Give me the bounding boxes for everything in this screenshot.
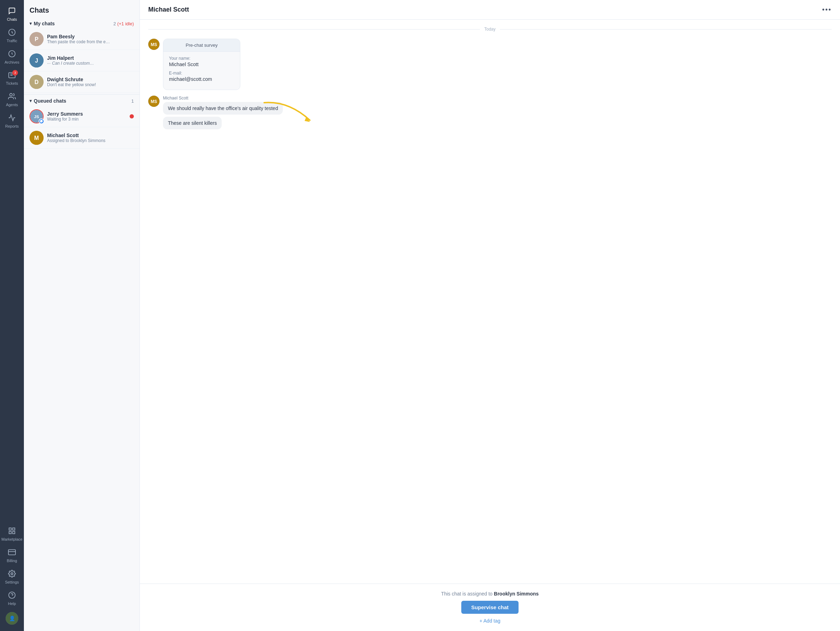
survey-field-name: Your name: Michael Scott	[169, 56, 234, 67]
marketplace-icon	[8, 527, 16, 536]
tickets-badge: 3	[12, 70, 18, 76]
jerry-name: Jerry Summers	[47, 111, 126, 117]
survey-field-email: E-mail: michael@scott.com	[169, 71, 234, 82]
user-avatar[interactable]: 👤	[6, 612, 18, 625]
red-dot-indicator	[129, 114, 134, 119]
jerry-chat-info: Jerry Summers Waiting for 3 min	[47, 111, 126, 122]
nav-item-traffic[interactable]: Traffic	[0, 25, 24, 46]
add-tag-button[interactable]: + Add tag	[480, 618, 501, 624]
divider-line-left	[148, 29, 480, 30]
nav-item-agents[interactable]: Agents	[0, 89, 24, 111]
pam-chat-info: Pam Beesly Then paste the code from the …	[47, 34, 134, 44]
svg-text:👤: 👤	[9, 615, 16, 622]
nav-marketplace-label: Marketplace	[2, 537, 22, 541]
nav-item-billing[interactable]: Billing	[0, 545, 24, 566]
jerry-waiting: Waiting for 3 min	[47, 117, 126, 122]
michael-assigned: Assigned to Brooklyn Simmons	[47, 138, 134, 143]
chat-footer: This chat is assigned to Brooklyn Simmon…	[140, 584, 840, 631]
nav-help-label: Help	[8, 601, 16, 606]
svg-text:JS: JS	[34, 114, 39, 119]
my-chats-count: 2 (+1 idle)	[114, 21, 134, 26]
date-divider: Today	[148, 27, 832, 32]
nav-item-tickets[interactable]: 3 Tickets	[0, 68, 24, 89]
queued-chats-list: JS Jerry Summers Waiting for 3 min M Mic…	[24, 106, 139, 149]
queued-chats-label: Queued chats	[34, 98, 66, 104]
svg-text:P: P	[35, 36, 39, 42]
survey-header: Pre-chat survey	[163, 39, 240, 52]
date-divider-text: Today	[484, 27, 495, 32]
michael-avatar-wrap: M	[30, 131, 44, 145]
dwight-avatar: D	[30, 75, 44, 89]
dwight-preview: Don't eat the yellow snow!	[47, 82, 134, 87]
queued-chats-count: 1	[131, 98, 134, 104]
nav-settings-label: Settings	[5, 580, 19, 584]
chat-item-michael[interactable]: M Michael Scott Assigned to Brooklyn Sim…	[24, 127, 139, 149]
chat-header: Michael Scott •••	[140, 0, 840, 20]
queued-chats-chevron[interactable]: ▾	[30, 98, 32, 103]
message-bubble-1: We should really have the office's air q…	[163, 102, 283, 115]
svg-marker-29	[305, 117, 310, 122]
nav-item-archives[interactable]: Archives	[0, 46, 24, 68]
svg-rect-4	[9, 528, 11, 530]
nav-reports-label: Reports	[5, 124, 19, 128]
chat-item-dwight[interactable]: D Dwight Schrute Don't eat the yellow sn…	[24, 71, 139, 93]
chat-item-jim[interactable]: J Jim Halpert ···Can I create custom…	[24, 50, 139, 71]
nav-billing-label: Billing	[7, 558, 17, 563]
message-bubble-2: These are silent killers	[163, 117, 222, 130]
nav-item-settings[interactable]: Settings	[0, 566, 24, 588]
chat-item-jerry[interactable]: JS Jerry Summers Waiting for 3 min	[24, 106, 139, 127]
messenger-badge	[39, 119, 44, 124]
nav-tickets-label: Tickets	[6, 81, 18, 85]
jim-preview: ···Can I create custom…	[47, 61, 134, 66]
pam-preview: Then paste the code from the e…	[47, 40, 134, 44]
svg-text:M: M	[34, 135, 39, 141]
chats-icon	[8, 7, 16, 16]
nav-item-chats[interactable]: Chats	[0, 3, 24, 25]
svg-rect-5	[13, 528, 15, 530]
nav-item-marketplace[interactable]: Marketplace	[0, 523, 24, 545]
svg-text:D: D	[35, 79, 39, 85]
messages-area: Today MS Pre-chat survey Your name: Mich…	[140, 20, 840, 584]
assigned-text: This chat is assigned to Brooklyn Simmon…	[148, 591, 832, 596]
divider-line-right	[500, 29, 832, 30]
survey-name-label: Your name:	[169, 56, 234, 61]
agents-icon	[8, 92, 16, 101]
chat-menu-button[interactable]: •••	[822, 6, 832, 14]
nav-chats-label: Chats	[7, 17, 17, 21]
jerry-avatar-wrap: JS	[30, 109, 44, 123]
sidebar: Chats ▾ My chats 2 (+1 idle) P Pam Beesl…	[24, 0, 140, 631]
my-chats-chevron[interactable]: ▾	[30, 21, 32, 26]
supervise-chat-button[interactable]: Supervise chat	[461, 601, 519, 614]
pre-chat-survey-bubble: Pre-chat survey Your name: Michael Scott…	[163, 39, 240, 90]
survey-email-value: michael@scott.com	[169, 76, 234, 82]
pre-chat-survey-group: MS Pre-chat survey Your name: Michael Sc…	[148, 39, 832, 90]
dwight-chat-info: Dwight Schrute Don't eat the yellow snow…	[47, 77, 134, 87]
svg-text:J: J	[35, 58, 38, 63]
nav-item-reports[interactable]: Reports	[0, 111, 24, 132]
help-icon	[8, 591, 16, 600]
nav-item-help[interactable]: Help	[0, 588, 24, 609]
svg-rect-7	[13, 531, 15, 534]
settings-icon	[8, 570, 16, 579]
jim-name: Jim Halpert	[47, 55, 134, 61]
michael-message-content: Michael Scott We should really have the …	[163, 96, 283, 131]
svg-text:MS: MS	[151, 99, 157, 104]
reports-icon	[8, 114, 16, 123]
chat-item-pam[interactable]: P Pam Beesly Then paste the code from th…	[24, 28, 139, 50]
svg-rect-8	[8, 550, 16, 555]
michael-name: Michael Scott	[47, 133, 134, 138]
pam-avatar: P	[30, 32, 44, 46]
my-chats-label: My chats	[34, 21, 55, 26]
svg-point-10	[11, 572, 13, 575]
michael-avatar: M	[30, 131, 44, 145]
michael-msg-avatar: MS	[148, 39, 159, 50]
jim-avatar: J	[30, 54, 44, 68]
traffic-icon	[8, 28, 16, 37]
svg-point-3	[10, 93, 12, 96]
dwight-name: Dwight Schrute	[47, 77, 134, 82]
michael-chat-info: Michael Scott Assigned to Brooklyn Simmo…	[47, 133, 134, 143]
jim-chat-info: Jim Halpert ···Can I create custom…	[47, 55, 134, 66]
sidebar-title: Chats	[24, 0, 139, 19]
nav-traffic-label: Traffic	[7, 39, 17, 43]
tickets-badge-wrap: 3	[8, 71, 16, 80]
